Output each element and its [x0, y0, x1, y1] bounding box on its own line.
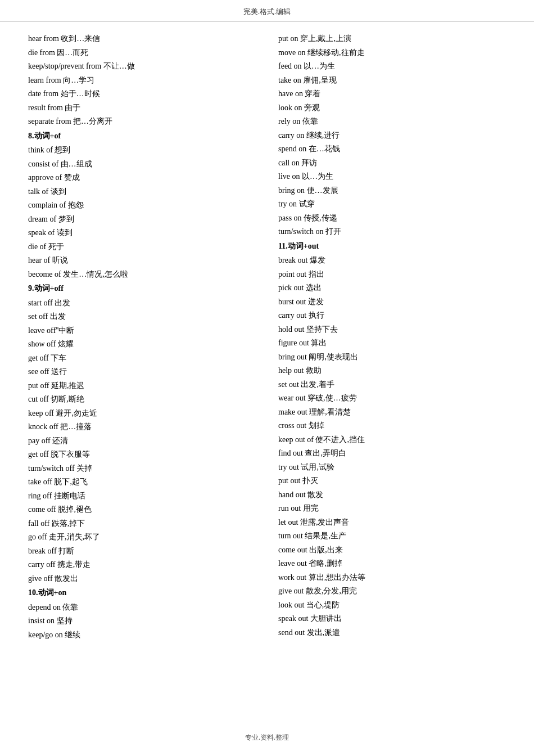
list-item: take off 脱下,起飞 [28, 475, 256, 489]
list-item: have on 穿着 [278, 87, 506, 101]
list-item: move on 继续移动,往前走 [278, 46, 506, 60]
list-item: leave off''中断 [28, 324, 256, 338]
section-title: 8.动词+of [28, 129, 256, 144]
list-item: set off 出发 [28, 310, 256, 324]
list-item: keep off 避开,勿走近 [28, 407, 256, 421]
list-item: get off 下车 [28, 352, 256, 366]
section-title: 11.动词+out [278, 239, 506, 254]
list-item: send out 发出,派遣 [278, 626, 506, 640]
list-item: try on 试穿 [278, 197, 506, 212]
list-item: result from 由于 [28, 101, 256, 115]
list-item: approve of 赞成 [28, 171, 256, 185]
list-item: hear of 听说 [28, 254, 256, 268]
list-item: die of 死于 [28, 240, 256, 254]
list-item: try out 试用,试验 [278, 461, 506, 475]
list-item: depend on 依靠 [28, 601, 256, 615]
list-item: carry out 执行 [278, 309, 506, 323]
list-item: take on 雇佣,呈现 [278, 74, 506, 88]
list-item: learn from 向…学习 [28, 74, 256, 88]
list-item: point out 指出 [278, 268, 506, 282]
list-item: call on 拜访 [278, 156, 506, 170]
list-item: look on 旁观 [278, 101, 506, 115]
list-item: live on 以…为生 [278, 170, 506, 184]
list-item: turn/switch off 关掉 [28, 462, 256, 476]
list-item: come out 出版,出来 [278, 543, 506, 557]
list-item: speak of 读到 [28, 226, 256, 240]
list-item: knock off 把…撞落 [28, 420, 256, 434]
list-item: rely on 依靠 [278, 115, 506, 129]
section-title: 10.动词+on [28, 586, 256, 601]
list-item: die from 因…而死 [28, 46, 256, 60]
list-item: cross out 划掉 [278, 419, 506, 433]
list-item: pick out 选出 [278, 281, 506, 295]
list-item: consist of 由…组成 [28, 158, 256, 172]
list-item: bring out 阐明,使表现出 [278, 350, 506, 364]
list-item: keep/stop/prevent from 不让…做 [28, 60, 256, 74]
list-item: look out 当心,堤防 [278, 598, 506, 613]
list-item: separate from 把…分离开 [28, 115, 256, 129]
list-item: work out 算出,想出办法等 [278, 571, 506, 585]
page-footer: 专业.资料.整理 [0, 733, 534, 742]
list-item: keep/go on 继续 [28, 628, 256, 642]
list-item: put off 延期,推迟 [28, 379, 256, 393]
list-item: break off 打断 [28, 544, 256, 559]
list-item: speak out 大胆讲出 [278, 612, 506, 626]
list-item: hand out 散发 [278, 488, 506, 502]
list-item: pay off 还清 [28, 434, 256, 448]
page-header: 完美.格式.编辑 [0, 0, 534, 22]
list-item: carry on 继续,进行 [278, 129, 506, 143]
list-item: keep out of 使不进入,挡住 [278, 433, 506, 447]
list-item: wear out 穿破,使…疲劳 [278, 392, 506, 406]
list-item: let out 泄露,发出声音 [278, 516, 506, 530]
list-item: become of 发生…情况,怎么啦 [28, 268, 256, 282]
list-item: ring off 挂断电话 [28, 489, 256, 503]
list-item: run out 用完 [278, 502, 506, 516]
list-item: complain of 抱怨 [28, 199, 256, 213]
list-item: hear from 收到…来信 [28, 32, 256, 46]
header-title: 完美.格式.编辑 [243, 7, 291, 16]
list-item: help out 救助 [278, 364, 506, 378]
list-item: set out 出发,着手 [278, 378, 506, 392]
list-item: insist on 坚持 [28, 614, 256, 628]
list-item: break out 爆发 [278, 254, 506, 268]
list-item: pass on 传授,传递 [278, 212, 506, 226]
list-item: show off 炫耀 [28, 338, 256, 352]
list-item: feed on 以…为生 [278, 60, 506, 74]
list-item: cut off 切断,断绝 [28, 393, 256, 407]
list-item: turn out 结果是,生产 [278, 529, 506, 543]
list-item: find out 查出,弄明白 [278, 447, 506, 461]
list-item: carry off 携走,带走 [28, 558, 256, 572]
list-item: burst out 迸发 [278, 295, 506, 309]
list-item: get off 脱下衣服等 [28, 448, 256, 462]
list-item: come off 脱掉,褪色 [28, 503, 256, 517]
list-item: date from 始于…时候 [28, 87, 256, 101]
list-item: talk of 谈到 [28, 185, 256, 199]
right-column: put on 穿上,戴上,上演move on 继续移动,往前走feed on 以… [273, 32, 506, 642]
list-item: put on 穿上,戴上,上演 [278, 32, 506, 46]
list-item: spend on 在…花钱 [278, 142, 506, 156]
list-item: turn/switch on 打开 [278, 225, 506, 239]
list-item: start off 出发 [28, 296, 256, 310]
list-item: dream of 梦到 [28, 213, 256, 227]
list-item: bring on 使…发展 [278, 184, 506, 198]
list-item: give off 散发出 [28, 572, 256, 586]
list-item: fall off 跌落,掉下 [28, 517, 256, 531]
section-title: 9.动词+off [28, 281, 256, 296]
list-item: go off 走开,消失,坏了 [28, 530, 256, 544]
list-item: make out 理解,看清楚 [278, 406, 506, 420]
list-item: leave out 省略,删掉 [278, 557, 506, 571]
left-column: hear from 收到…来信die from 因…而死keep/stop/pr… [28, 32, 273, 642]
main-content: hear from 收到…来信die from 因…而死keep/stop/pr… [0, 32, 534, 642]
list-item: hold out 坚持下去 [278, 323, 506, 337]
list-item: think of 想到 [28, 143, 256, 158]
list-item: see off 送行 [28, 365, 256, 379]
list-item: give out 散发,分发,用完 [278, 584, 506, 598]
footer-text: 专业.资料.整理 [245, 734, 289, 741]
list-item: put out 扑灭 [278, 474, 506, 488]
list-item: figure out 算出 [278, 336, 506, 350]
